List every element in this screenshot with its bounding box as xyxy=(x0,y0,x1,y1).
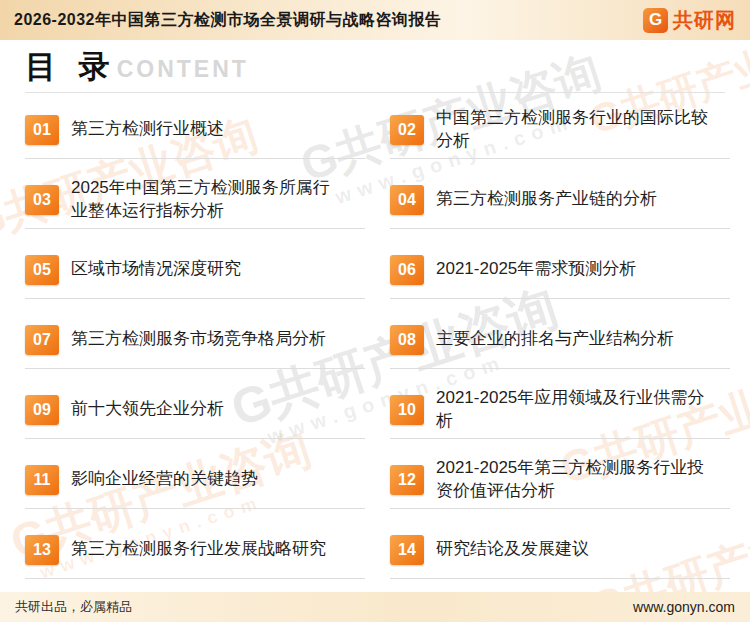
title-divider xyxy=(25,92,725,93)
toc-title-block: 目 录CONTENT xyxy=(0,40,750,88)
toc-title-cn: 目 录 xyxy=(25,49,117,84)
toc-item-title: 第三方检测服务产业链的分析 xyxy=(436,188,657,210)
toc-item-number-badge: 03 xyxy=(25,185,59,215)
toc-item-title: 2021-2025年第三方检测服务行业投资价值评估分析 xyxy=(436,457,708,502)
toc-item-number-badge: 06 xyxy=(390,255,424,285)
toc-item-title: 2021-2025年应用领域及行业供需分析 xyxy=(436,387,708,432)
toc-item-07[interactable]: 07 第三方检测服务市场竞争格局分析 xyxy=(25,311,365,369)
toc-item-04[interactable]: 04 第三方检测服务产业链的分析 xyxy=(390,171,730,229)
toc-item-title: 第三方检测行业概述 xyxy=(71,118,224,140)
toc-item-14[interactable]: 14 研究结论及发展建议 xyxy=(390,521,730,579)
toc-item-12[interactable]: 12 2021-2025年第三方检测服务行业投资价值评估分析 xyxy=(390,451,730,509)
toc-item-09[interactable]: 09 前十大领先企业分析 xyxy=(25,381,365,439)
toc-item-number-badge: 02 xyxy=(390,115,424,145)
logo-text: 共研网 xyxy=(673,7,736,34)
toc-item-08[interactable]: 08 主要企业的排名与产业结构分析 xyxy=(390,311,730,369)
toc-item-05[interactable]: 05 区域市场情况深度研究 xyxy=(25,241,365,299)
report-toc-page: 2026-2032年中国第三方检测市场全景调研与战略咨询报告 G 共研网 G共研… xyxy=(0,0,750,622)
toc-item-number-badge: 10 xyxy=(390,395,424,425)
toc-title-en: CONTENT xyxy=(117,56,249,82)
toc-item-11[interactable]: 11 影响企业经营的关键趋势 xyxy=(25,451,365,509)
toc-item-title: 区域市场情况深度研究 xyxy=(71,258,241,280)
toc-item-number-badge: 13 xyxy=(25,535,59,565)
footer-url[interactable]: www.gonyn.com xyxy=(633,599,735,615)
brand-logo[interactable]: G 共研网 xyxy=(643,7,736,34)
toc-item-number-badge: 11 xyxy=(25,465,59,495)
toc-item-02[interactable]: 02 中国第三方检测服务行业的国际比较分析 xyxy=(390,101,730,159)
toc-item-number-badge: 08 xyxy=(390,325,424,355)
toc-item-title: 主要企业的排名与产业结构分析 xyxy=(436,328,674,350)
header-bar: 2026-2032年中国第三方检测市场全景调研与战略咨询报告 G 共研网 xyxy=(0,0,750,40)
toc-item-title: 中国第三方检测服务行业的国际比较分析 xyxy=(436,107,708,152)
toc-item-number-badge: 14 xyxy=(390,535,424,565)
report-title: 2026-2032年中国第三方检测市场全景调研与战略咨询报告 xyxy=(14,10,442,31)
logo-g-icon: G xyxy=(643,8,668,33)
toc-item-number-badge: 12 xyxy=(390,465,424,495)
toc-item-13[interactable]: 13 第三方检测服务行业发展战略研究 xyxy=(25,521,365,579)
toc-item-06[interactable]: 06 2021-2025年需求预测分析 xyxy=(390,241,730,299)
toc-item-number-badge: 07 xyxy=(25,325,59,355)
toc-item-title: 第三方检测服务行业发展战略研究 xyxy=(71,538,326,560)
toc-item-title: 前十大领先企业分析 xyxy=(71,398,224,420)
toc-item-01[interactable]: 01 第三方检测行业概述 xyxy=(25,101,365,159)
toc-item-title: 2025年中国第三方检测服务所属行业整体运行指标分析 xyxy=(71,177,343,222)
toc-item-10[interactable]: 10 2021-2025年应用领域及行业供需分析 xyxy=(390,381,730,439)
footer-slogan: 共研出品，必属精品 xyxy=(15,598,132,616)
toc-item-number-badge: 01 xyxy=(25,115,59,145)
toc-item-title: 2021-2025年需求预测分析 xyxy=(436,258,636,280)
toc-grid: 01 第三方检测行业概述 02 中国第三方检测服务行业的国际比较分析 03 20… xyxy=(0,101,750,591)
toc-item-number-badge: 09 xyxy=(25,395,59,425)
toc-main: G共研产业咨询 G共研产业咨询 www.gonyn.com G共研产业咨询 G共… xyxy=(0,40,750,592)
footer-bar: 共研出品，必属精品 www.gonyn.com xyxy=(0,592,750,622)
toc-item-title: 第三方检测服务市场竞争格局分析 xyxy=(71,328,326,350)
toc-item-title: 影响企业经营的关键趋势 xyxy=(71,468,258,490)
toc-item-number-badge: 04 xyxy=(390,185,424,215)
toc-item-03[interactable]: 03 2025年中国第三方检测服务所属行业整体运行指标分析 xyxy=(25,171,365,229)
toc-item-number-badge: 05 xyxy=(25,255,59,285)
toc-item-title: 研究结论及发展建议 xyxy=(436,538,589,560)
